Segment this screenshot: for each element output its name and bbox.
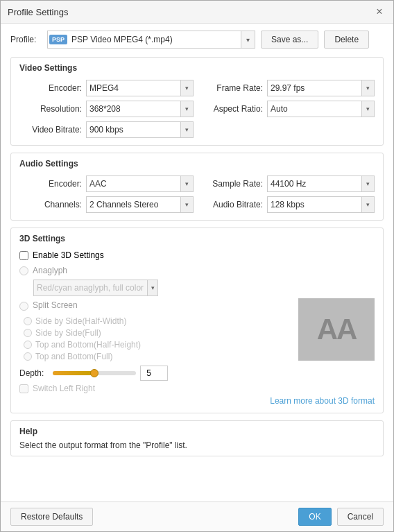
footer: Restore Defaults OK Cancel — [1, 501, 393, 531]
anaglyph-arrow: ▾ — [147, 280, 157, 295]
encoder-select[interactable]: MPEG4 — [87, 83, 180, 93]
learn-more-link[interactable]: Learn more about 3D format — [270, 396, 375, 406]
resolution-select-wrapper[interactable]: 368*208 ▾ — [86, 101, 194, 117]
restore-defaults-button[interactable]: Restore Defaults — [10, 508, 93, 526]
frame-rate-label: Frame Rate: — [200, 83, 263, 93]
video-bitrate-select-wrapper[interactable]: 900 kbps ▾ — [86, 121, 194, 138]
sample-rate-row: Sample Rate: 44100 Hz ▾ — [200, 175, 375, 192]
delete-button[interactable]: Delete — [324, 31, 369, 49]
frame-rate-select[interactable]: 29.97 fps — [268, 83, 361, 93]
anaglyph-label: Anaglyph — [33, 266, 74, 275]
audio-encoder-select[interactable]: AAC — [87, 179, 180, 189]
frame-rate-select-wrapper[interactable]: 29.97 fps ▾ — [267, 80, 375, 96]
audio-encoder-row: Encoder: AAC ▾ — [19, 175, 194, 192]
encoder-row: Encoder: MPEG4 ▾ — [19, 80, 194, 96]
encoder-label: Encoder: — [19, 83, 82, 93]
option-side-by-side-half-radio[interactable] — [24, 317, 32, 325]
split-screen-options: Side by Side(Half-Width) Side by Side(Fu… — [24, 316, 291, 361]
sample-rate-arrow: ▾ — [361, 176, 374, 191]
audio-bitrate-select-wrapper[interactable]: 128 kbps ▾ — [267, 196, 375, 213]
preview-box: AA — [298, 298, 375, 361]
option-top-bottom-full-radio[interactable] — [24, 352, 32, 361]
3d-layout: Anaglyph Red/cyan anaglyph, full color ▾ — [19, 266, 375, 393]
video-bitrate-arrow: ▾ — [180, 122, 193, 137]
channels-row: Channels: 2 Channels Stereo ▾ — [19, 196, 194, 213]
profile-select-wrapper[interactable]: PSP PSP Video MPEG4 (*.mp4) ▾ — [47, 31, 255, 49]
enable-3d-row: Enable 3D Settings — [19, 250, 375, 260]
resolution-label: Resolution: — [19, 104, 82, 114]
split-screen-row: Split Screen — [19, 300, 291, 312]
anaglyph-select[interactable]: Red/cyan anaglyph, full color — [34, 283, 147, 293]
video-settings-grid: Encoder: MPEG4 ▾ Frame Rate: 29.97 fps — [19, 80, 375, 138]
audio-bitrate-row: Audio Bitrate: 128 kbps ▾ — [200, 196, 375, 213]
resolution-select[interactable]: 368*208 — [87, 104, 180, 114]
video-bitrate-row: Video Bitrate: 900 kbps ▾ — [19, 121, 194, 138]
enable-3d-label: Enable 3D Settings — [33, 250, 104, 260]
option-top-bottom-full: Top and Bottom(Full) — [24, 352, 291, 361]
depth-thumb[interactable] — [90, 369, 98, 377]
video-bitrate-label: Video Bitrate: — [19, 125, 82, 135]
cancel-button[interactable]: Cancel — [337, 508, 384, 526]
split-screen-label: Split Screen — [33, 300, 78, 310]
dialog-content: Profile: PSP PSP Video MPEG4 (*.mp4) ▾ S… — [1, 24, 393, 501]
option-top-bottom-half-radio[interactable] — [24, 341, 32, 349]
channels-arrow: ▾ — [180, 197, 193, 212]
aspect-ratio-select-wrapper[interactable]: Auto ▾ — [267, 101, 375, 117]
profile-label: Profile: — [10, 35, 42, 44]
channels-select-wrapper[interactable]: 2 Channels Stereo ▾ — [86, 196, 194, 213]
video-settings-section: Video Settings Encoder: MPEG4 ▾ Frame Ra… — [10, 57, 384, 146]
audio-settings-grid: Encoder: AAC ▾ Sample Rate: 44100 Hz — [19, 175, 375, 213]
profile-select[interactable]: PSP Video MPEG4 (*.mp4) — [69, 35, 241, 44]
profile-row: Profile: PSP PSP Video MPEG4 (*.mp4) ▾ S… — [10, 31, 384, 49]
depth-row: Depth: — [19, 366, 291, 381]
profile-icon: PSP — [49, 35, 67, 44]
help-text: Select the output format from the "Profi… — [19, 440, 375, 450]
frame-rate-row: Frame Rate: 29.97 fps ▾ — [200, 80, 375, 96]
encoder-arrow: ▾ — [180, 80, 193, 96]
aspect-ratio-row: Aspect Ratio: Auto ▾ — [200, 101, 375, 117]
audio-bitrate-arrow: ▾ — [361, 197, 374, 212]
channels-select[interactable]: 2 Channels Stereo — [87, 200, 180, 209]
ok-button[interactable]: OK — [298, 508, 331, 526]
split-screen-radio[interactable] — [19, 302, 28, 311]
3d-preview: AA — [298, 266, 375, 393]
anaglyph-select-wrapper[interactable]: Red/cyan anaglyph, full color ▾ — [33, 280, 158, 296]
depth-input[interactable] — [140, 366, 168, 381]
audio-bitrate-label: Audio Bitrate: — [200, 200, 263, 209]
option-top-bottom-half: Top and Bottom(Half-Height) — [24, 340, 291, 350]
sample-rate-select-wrapper[interactable]: 44100 Hz ▾ — [267, 175, 375, 192]
3d-settings-section: 3D Settings Enable 3D Settings Anaglyph — [10, 228, 384, 413]
switch-label: Switch Left Right — [33, 384, 95, 393]
aspect-ratio-select[interactable]: Auto — [268, 104, 361, 114]
option-side-by-side-full: Side by Side(Full) — [24, 328, 291, 338]
video-bitrate-select[interactable]: 900 kbps — [87, 125, 180, 135]
encoder-select-wrapper[interactable]: MPEG4 ▾ — [86, 80, 194, 96]
help-title: Help — [19, 427, 375, 436]
title-bar: Profile Settings × — [1, 1, 393, 24]
audio-bitrate-select[interactable]: 128 kbps — [268, 200, 361, 209]
save-as-button[interactable]: Save as... — [261, 31, 318, 49]
help-section: Help Select the output format from the "… — [10, 420, 384, 456]
aspect-ratio-arrow: ▾ — [361, 101, 374, 117]
option-side-by-side-half: Side by Side(Half-Width) — [24, 316, 291, 326]
audio-settings-title: Audio Settings — [19, 159, 375, 169]
depth-label: Depth: — [19, 368, 49, 378]
audio-encoder-label: Encoder: — [19, 179, 82, 189]
learn-more-row: Learn more about 3D format — [19, 396, 375, 406]
resolution-row: Resolution: 368*208 ▾ — [19, 101, 194, 117]
audio-encoder-select-wrapper[interactable]: AAC ▾ — [86, 175, 194, 192]
sample-rate-select[interactable]: 44100 Hz — [268, 179, 361, 189]
dialog-title: Profile Settings — [8, 7, 68, 17]
preview-aa-text: AA — [317, 313, 357, 346]
anaglyph-radio[interactable] — [19, 266, 28, 275]
depth-fill — [53, 371, 94, 375]
depth-track[interactable] — [53, 371, 136, 375]
option-side-by-side-full-label: Side by Side(Full) — [35, 328, 101, 338]
3d-left: Anaglyph Red/cyan anaglyph, full color ▾ — [19, 266, 291, 393]
channels-label: Channels: — [19, 200, 82, 209]
switch-checkbox[interactable] — [19, 384, 28, 393]
option-side-by-side-half-label: Side by Side(Half-Width) — [35, 316, 126, 326]
option-side-by-side-full-radio[interactable] — [24, 329, 32, 337]
close-button[interactable]: × — [372, 5, 386, 19]
enable-3d-checkbox[interactable] — [19, 251, 28, 260]
